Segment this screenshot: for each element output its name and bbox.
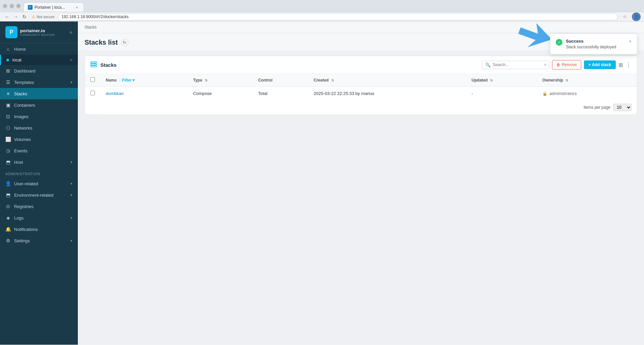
omnibar: ← → ↻ ⚠ Not secure 192.168.1.18:9000/#!/… — [0, 12, 644, 21]
minimize-button[interactable]: ─ — [3, 4, 7, 8]
success-toast: ✓ Success Stack successfully deployed × — [550, 34, 637, 54]
row-updated-cell: - — [466, 87, 537, 101]
maximize-button[interactable]: □ — [9, 4, 14, 8]
bookmark-button[interactable]: ☆ — [621, 13, 629, 20]
name-filter-button[interactable]: Filter ▾ — [122, 78, 134, 83]
sidebar-label-user-related: User-related — [14, 181, 67, 186]
items-per-page-control: Items per page 10 25 50 100 — [85, 100, 637, 114]
sidebar-item-home[interactable]: ⌂ Home — [0, 43, 78, 55]
security-indicator: ⚠ Not secure — [32, 14, 54, 19]
reload-button[interactable]: ↻ — [21, 13, 28, 20]
created-column-header: Created ⇅ — [308, 74, 466, 87]
table-body: dumbkan Compose Total 2025-03-22 22:25:3… — [85, 87, 637, 101]
home-icon: ⌂ — [5, 46, 11, 52]
tab-favicon: P — [28, 5, 33, 10]
forward-button[interactable]: → — [12, 13, 19, 20]
sidebar-item-logs[interactable]: ◈ Logs ▾ — [0, 212, 78, 224]
sidebar-item-dashboard[interactable]: ⊞ Dashboard — [0, 65, 78, 77]
card-actions: 🔍 × 🗑 Remove + Add stack ⊞ ⋮ — [482, 60, 632, 69]
host-icon: ⬒ — [5, 159, 11, 165]
sidebar-item-networks[interactable]: ⬡ Networks — [0, 122, 78, 134]
logs-icon: ◈ — [5, 215, 11, 220]
ownership-icon: 🔒 — [542, 91, 547, 96]
logo-subtitle: COMMUNITY EDITION — [20, 33, 55, 37]
row-checkbox[interactable] — [90, 91, 95, 95]
home-label: Home — [14, 47, 72, 52]
stack-name-link[interactable]: dumbkan — [106, 91, 123, 96]
more-options-button[interactable]: ⋮ — [626, 61, 632, 68]
view-toggle-button[interactable]: ⊞ — [618, 62, 623, 68]
ownership-label: administrators — [549, 91, 577, 96]
sidebar-item-stacks[interactable]: ≡ Stacks — [0, 88, 78, 99]
sidebar-item-notifications[interactable]: 🔔 Notifications — [0, 224, 78, 235]
browser-chrome: ─ □ × P Portainer | loca... × — [0, 0, 644, 12]
logo-text: portainer.io COMMUNITY EDITION — [20, 28, 55, 37]
toast-message: Stack successfully deployed — [566, 45, 626, 49]
sidebar-label-networks: Networks — [14, 126, 72, 131]
toast-close-button[interactable]: × — [629, 39, 632, 44]
sidebar-item-environment-related[interactable]: ⬒ Environment-related ▾ — [0, 189, 78, 201]
sidebar-header: P portainer.io COMMUNITY EDITION « — [0, 21, 78, 43]
refresh-button[interactable]: ↻ — [121, 39, 129, 46]
sidebar-item-templates[interactable]: ☰ Templates ▾ — [0, 77, 78, 88]
search-input[interactable] — [493, 62, 542, 67]
env-close-button[interactable]: × — [70, 58, 72, 62]
back-button[interactable]: ← — [3, 13, 11, 20]
sidebar-label-containers: Containers — [14, 103, 72, 108]
logs-chevron-icon: ▾ — [70, 216, 72, 220]
items-per-page-select[interactable]: 10 25 50 100 — [613, 104, 632, 111]
logo-title: portainer.io — [20, 28, 55, 33]
remove-button[interactable]: 🗑 Remove — [552, 60, 581, 69]
toast-success-icon: ✓ — [556, 39, 562, 46]
sidebar-item-settings[interactable]: ⚙ Settings ▾ — [0, 235, 78, 246]
control-column-header: Control — [253, 74, 308, 87]
row-checkbox-cell — [85, 87, 100, 101]
row-name-cell: dumbkan — [100, 87, 188, 101]
sidebar-item-host[interactable]: ⬒ Host ▾ — [0, 156, 78, 168]
active-tab[interactable]: P Portainer | loca... × — [23, 2, 84, 12]
content-area: Stacks 🔍 × 🗑 Remove + Add stack — [78, 50, 644, 345]
control-header-label: Control — [258, 78, 273, 83]
sidebar-item-events[interactable]: ◷ Events — [0, 145, 78, 156]
add-stack-button[interactable]: + Add stack — [584, 60, 616, 69]
row-type-cell: Compose — [188, 87, 253, 101]
sidebar-label-events: Events — [14, 148, 72, 153]
sidebar-collapse-button[interactable]: « — [69, 29, 72, 35]
profile-button[interactable]: 👤 — [632, 12, 641, 21]
sidebar-item-containers[interactable]: ▣ Containers — [0, 99, 78, 111]
ownership-column-header: Ownership ⇅ — [537, 74, 637, 87]
tab-bar: P Portainer | loca... × — [23, 0, 641, 12]
stacks-table: Name ↓ Filter ▾ Type ⇅ C — [85, 74, 637, 100]
nav-controls: ← → ↻ — [3, 13, 28, 20]
updated-header-label: Updated — [472, 78, 488, 83]
svg-rect-1 — [91, 63, 97, 65]
sidebar-item-volumes[interactable]: ⬜ Volumes — [0, 134, 78, 145]
select-all-checkbox[interactable] — [90, 77, 95, 82]
logo-icon: P — [5, 26, 17, 38]
dashboard-icon: ⊞ — [5, 68, 11, 73]
tab-title: Portainer | loca... — [35, 5, 65, 10]
settings-chevron-icon: ▾ — [70, 239, 72, 243]
page-title: Stacks list — [85, 39, 118, 46]
sidebar-item-registries[interactable]: ⊙ Registries — [0, 201, 78, 212]
events-icon: ◷ — [5, 148, 11, 153]
type-column-header: Type ⇅ — [188, 74, 253, 87]
type-header-label: Type — [193, 78, 202, 83]
search-clear-button[interactable]: × — [544, 62, 546, 67]
env-name: local — [12, 57, 67, 62]
arrow-annotation — [518, 23, 552, 51]
tab-close-button[interactable]: × — [74, 5, 80, 10]
sidebar-item-user-related[interactable]: 👤 User-related ▾ — [0, 178, 78, 189]
sidebar: P portainer.io COMMUNITY EDITION « ⌂ Hom… — [0, 21, 78, 345]
environment-related-icon: ⬒ — [5, 192, 11, 198]
templates-chevron-icon: ▾ — [70, 80, 72, 85]
close-button[interactable]: × — [16, 4, 21, 8]
stacks-card: Stacks 🔍 × 🗑 Remove + Add stack — [85, 56, 637, 115]
sidebar-item-images[interactable]: ⊡ Images — [0, 111, 78, 122]
url-bar[interactable]: 192.168.1.18:9000/#!/2/docker/stacks — [58, 13, 618, 20]
stacks-icon: ≡ — [5, 91, 11, 96]
containers-icon: ▣ — [5, 102, 11, 108]
ownership-sort-icon: ⇅ — [565, 79, 568, 82]
filter-icon: ▾ — [133, 78, 135, 83]
add-stack-label: + Add stack — [589, 62, 611, 67]
